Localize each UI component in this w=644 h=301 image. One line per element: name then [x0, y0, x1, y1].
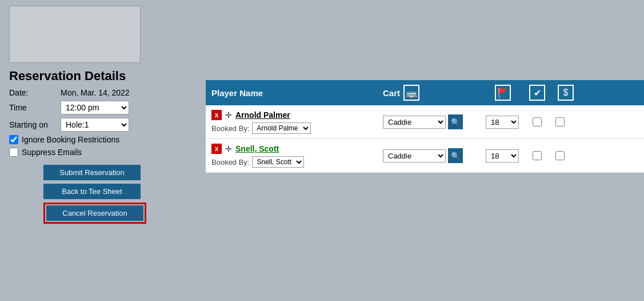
cart-cell-1: Caddie 🔍	[383, 114, 486, 129]
check-icon: ✔	[529, 85, 545, 101]
extra-checkbox-2	[549, 151, 571, 160]
time-select[interactable]: 12:00 pm	[61, 101, 129, 114]
booked-by-select-1[interactable]: Arnold Palme	[252, 122, 311, 134]
date-value: Mon, Mar. 14, 2022	[61, 88, 130, 97]
booked-by-select-2[interactable]: Snell, Scott	[252, 156, 304, 168]
extra-checkbox-1	[549, 117, 571, 126]
holes-select-2[interactable]: 18	[486, 149, 519, 163]
move-icon-2: ✛	[225, 144, 232, 153]
button-group: Submit Reservation Back to Tee Sheet Can…	[9, 165, 197, 224]
col-player-name-header: Player Name	[211, 88, 383, 98]
flag-icon: 🚩	[495, 85, 511, 101]
extra-check-1[interactable]	[555, 117, 565, 126]
flag-checkbox-1	[526, 117, 549, 126]
cart-cell-2: Caddie 🔍	[383, 148, 486, 163]
holes-cell-2: 18	[486, 149, 526, 163]
col-check-header: ✔	[520, 85, 554, 101]
image-placeholder	[9, 6, 141, 63]
booked-by-row-2: Booked By: Snell, Scott	[211, 156, 383, 168]
ignore-booking-row: Ignore Booking Restrictions	[9, 135, 197, 144]
suppress-emails-checkbox[interactable]	[9, 148, 18, 157]
ignore-booking-checkbox[interactable]	[9, 135, 18, 144]
player-name-row-2: x ✛ Snell, Scott	[211, 144, 383, 154]
back-to-tee-sheet-button[interactable]: Back to Tee Sheet	[43, 184, 141, 199]
suppress-emails-row: Suppress Emails	[9, 148, 197, 157]
submit-reservation-button[interactable]: Submit Reservation	[43, 165, 141, 180]
time-label: Time	[9, 103, 61, 112]
booked-by-label-1: Booked By:	[211, 124, 250, 133]
left-panel: Reservation Details Date: Mon, Mar. 14, …	[0, 0, 206, 229]
starting-select[interactable]: Hole:1	[61, 118, 129, 132]
cart-select-1[interactable]: Caddie	[383, 116, 446, 129]
cancel-wrapper: Cancel Reservation	[43, 203, 146, 224]
booked-by-label-2: Booked By:	[211, 158, 250, 167]
extra-check-2[interactable]	[555, 151, 565, 160]
col-flag-header: 🚩	[486, 85, 520, 101]
date-row: Date: Mon, Mar. 14, 2022	[9, 88, 197, 97]
cart-search-1-button[interactable]: 🔍	[448, 114, 463, 129]
cart-icon: 🚌	[403, 85, 419, 101]
booked-by-row-1: Booked By: Arnold Palme	[211, 122, 383, 134]
cart-label: Cart	[383, 88, 400, 98]
col-dollar-header: $	[554, 85, 577, 101]
move-icon-1: ✛	[225, 110, 232, 120]
cancel-reservation-button[interactable]: Cancel Reservation	[46, 205, 143, 221]
remove-player-1-button[interactable]: x	[211, 110, 222, 120]
holes-cell-1: 18	[486, 116, 526, 129]
suppress-emails-label: Suppress Emails	[22, 148, 82, 157]
starting-label: Starting on	[9, 120, 61, 129]
remove-player-2-button[interactable]: x	[211, 144, 222, 154]
player-info-2: x ✛ Snell, Scott Booked By: Snell, Scott	[211, 144, 383, 168]
cart-search-2-button[interactable]: 🔍	[448, 148, 463, 163]
col-cart-header: Cart 🚌	[383, 85, 486, 101]
player-row-2: x ✛ Snell, Scott Booked By: Snell, Scott…	[206, 139, 644, 173]
ignore-booking-label: Ignore Booking Restrictions	[22, 135, 119, 144]
flag-checkbox-2	[526, 151, 549, 160]
table-header: Player Name Cart 🚌 🚩 ✔ $	[206, 80, 644, 105]
starting-row: Starting on Hole:1	[9, 118, 197, 132]
player-info-1: x ✛ Arnold Palmer Booked By: Arnold Palm…	[211, 110, 383, 134]
cart-select-2[interactable]: Caddie	[383, 149, 446, 163]
flag-check-2[interactable]	[533, 151, 542, 160]
player-row: x ✛ Arnold Palmer Booked By: Arnold Palm…	[206, 105, 644, 139]
player-name-row-1: x ✛ Arnold Palmer	[211, 110, 383, 120]
player-1-link[interactable]: Arnold Palmer	[235, 110, 290, 120]
player-table: Player Name Cart 🚌 🚩 ✔ $ x ✛ Arnold Palm…	[206, 80, 644, 173]
dollar-icon: $	[558, 85, 574, 101]
reservation-title: Reservation Details	[9, 69, 197, 84]
holes-select-1[interactable]: 18	[486, 116, 519, 129]
flag-check-1[interactable]	[533, 117, 542, 126]
player-2-link[interactable]: Snell, Scott	[235, 144, 279, 153]
date-label: Date:	[9, 88, 61, 97]
time-row: Time 12:00 pm	[9, 101, 197, 114]
